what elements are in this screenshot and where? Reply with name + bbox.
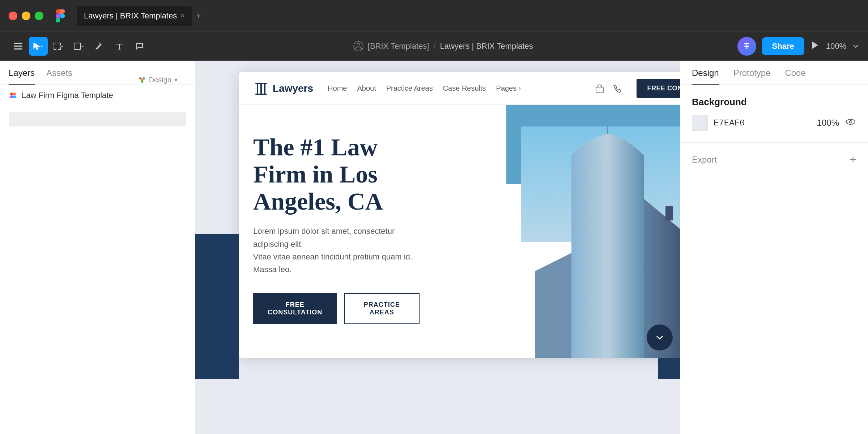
- nav-pages[interactable]: Pages ›: [496, 84, 521, 93]
- frame-tool[interactable]: [49, 37, 68, 56]
- svg-point-17: [139, 77, 141, 80]
- left-panel: Layers Assets Design ▾ Law F: [0, 61, 195, 434]
- toolbar-right: Share 100%: [737, 37, 859, 56]
- play-button[interactable]: [810, 40, 820, 52]
- design-panel-label: Design: [149, 76, 171, 84]
- text-tool[interactable]: [110, 37, 129, 56]
- background-color-hex[interactable]: E7EAF0: [714, 118, 811, 128]
- panel-tabs: Layers Assets Design ▾: [0, 61, 195, 85]
- background-color-swatch[interactable]: [692, 115, 708, 131]
- svg-rect-73: [665, 206, 673, 220]
- hero-cta-primary[interactable]: FREE CONSULTATION: [253, 293, 337, 324]
- select-tool[interactable]: [29, 37, 48, 56]
- canvas-area[interactable]: Lawyers Home About Practice Areas Case R…: [195, 61, 680, 434]
- design-palette-icon: [138, 76, 146, 84]
- nav-case[interactable]: Case Results: [443, 84, 486, 93]
- main-layout: Layers Assets Design ▾ Law F: [0, 61, 868, 434]
- layer-item[interactable]: Law Firm Figma Template: [0, 85, 195, 106]
- background-color-row: E7EAF0 100%: [692, 115, 856, 131]
- site-hero: The #1 Law Firm in Los Angeles, CA Lorem…: [239, 105, 680, 358]
- hero-content: The #1 Law Firm in Los Angeles, CA Lorem…: [239, 105, 434, 346]
- hero-cta-secondary[interactable]: PRACTICE AREAS: [344, 293, 420, 324]
- svg-point-19: [141, 81, 143, 83]
- scroll-down-button[interactable]: [647, 325, 673, 351]
- layer-figma-icon: [9, 91, 17, 100]
- svg-point-75: [850, 121, 852, 123]
- canvas-bg-left: [195, 234, 239, 379]
- design-caret-icon: ▾: [174, 76, 178, 84]
- assets-tab[interactable]: Assets: [46, 68, 72, 85]
- toolbar-breadcrumb: [BRIX Templates] / Lawyers | BRIX Templa…: [152, 41, 735, 51]
- layer-name: Law Firm Figma Template: [22, 91, 113, 100]
- building-svg: [499, 126, 680, 358]
- site-nav-icons: [595, 83, 622, 94]
- export-section: Export +: [680, 143, 868, 176]
- nav-cta-button[interactable]: FREE CONSULTATION: [637, 79, 680, 98]
- maximize-button[interactable]: [35, 12, 43, 20]
- layers-tab[interactable]: Layers: [9, 68, 35, 85]
- site-logo: Lawyers: [253, 81, 313, 96]
- svg-rect-29: [596, 87, 603, 93]
- hero-title: The #1 Law Firm in Los Angeles, CA: [253, 134, 420, 215]
- tab-title: Lawyers | BRIX Templates: [84, 11, 177, 21]
- nav-home[interactable]: Home: [328, 84, 347, 93]
- panel-separator-wide: [9, 112, 186, 126]
- svg-point-20: [10, 93, 13, 95]
- site-nav: Home About Practice Areas Case Results P…: [328, 84, 580, 93]
- breadcrumb-separator: /: [433, 42, 435, 51]
- site-logo-text: Lawyers: [273, 83, 313, 94]
- svg-point-12: [98, 46, 100, 47]
- svg-point-14: [357, 43, 360, 46]
- svg-point-18: [143, 77, 145, 80]
- design-mode-label[interactable]: Design ▾: [129, 68, 186, 85]
- minimize-button[interactable]: [22, 12, 30, 20]
- panel-separator: [9, 106, 186, 106]
- pen-tool[interactable]: [90, 37, 109, 56]
- tab-close-icon[interactable]: ×: [180, 12, 184, 20]
- close-button[interactable]: [9, 12, 17, 20]
- svg-rect-24: [255, 94, 267, 95]
- title-bar: Lawyers | BRIX Templates × +: [0, 0, 868, 32]
- svg-rect-0: [14, 43, 22, 44]
- breadcrumb-file: Lawyers | BRIX Templates: [440, 42, 533, 51]
- new-tab-button[interactable]: +: [196, 11, 201, 21]
- lawyers-logo-icon: [253, 81, 269, 96]
- zoom-dropdown-icon[interactable]: [852, 43, 859, 50]
- hero-building-container: [499, 126, 680, 358]
- svg-point-23: [13, 95, 16, 98]
- phone-icon: [612, 83, 622, 94]
- svg-point-74: [846, 119, 855, 124]
- tab-bar: Lawyers | BRIX Templates × +: [77, 6, 201, 26]
- right-panel-tabs: Design Prototype Code: [680, 61, 868, 85]
- bag-icon: [595, 83, 605, 94]
- shape-tool[interactable]: [69, 37, 88, 56]
- hero-description: Lorem ipsum dolor sit amet, consectetur …: [253, 225, 420, 276]
- toolbar-tools: [9, 37, 149, 56]
- traffic-lights: [9, 12, 43, 20]
- prototype-tab[interactable]: Prototype: [733, 68, 771, 85]
- figma-icon: [54, 9, 67, 22]
- svg-marker-15: [812, 42, 818, 49]
- nav-practice[interactable]: Practice Areas: [386, 84, 433, 93]
- user-avatar[interactable]: [737, 37, 756, 56]
- comment-tool[interactable]: [130, 37, 149, 56]
- code-tab[interactable]: Code: [785, 68, 805, 85]
- right-panel: Design Prototype Code Background E7EAF0 …: [680, 61, 868, 434]
- background-opacity[interactable]: 100%: [817, 118, 839, 128]
- user-icon: [353, 41, 363, 51]
- active-tab[interactable]: Lawyers | BRIX Templates ×: [77, 6, 192, 26]
- visibility-toggle-icon[interactable]: [845, 117, 856, 129]
- export-add-button[interactable]: +: [850, 153, 856, 166]
- background-section-title: Background: [692, 96, 856, 108]
- svg-rect-27: [260, 84, 262, 94]
- canvas-frame: Lawyers Home About Practice Areas Case R…: [239, 72, 680, 358]
- nav-about[interactable]: About: [357, 84, 376, 93]
- menu-button[interactable]: [9, 37, 27, 56]
- share-button[interactable]: Share: [762, 37, 804, 55]
- hero-buttons: FREE CONSULTATION PRACTICE AREAS: [253, 293, 420, 324]
- svg-rect-1: [14, 46, 22, 47]
- svg-rect-25: [255, 83, 267, 84]
- zoom-level[interactable]: 100%: [826, 42, 846, 51]
- svg-rect-11: [74, 43, 81, 50]
- design-tab[interactable]: Design: [692, 68, 719, 85]
